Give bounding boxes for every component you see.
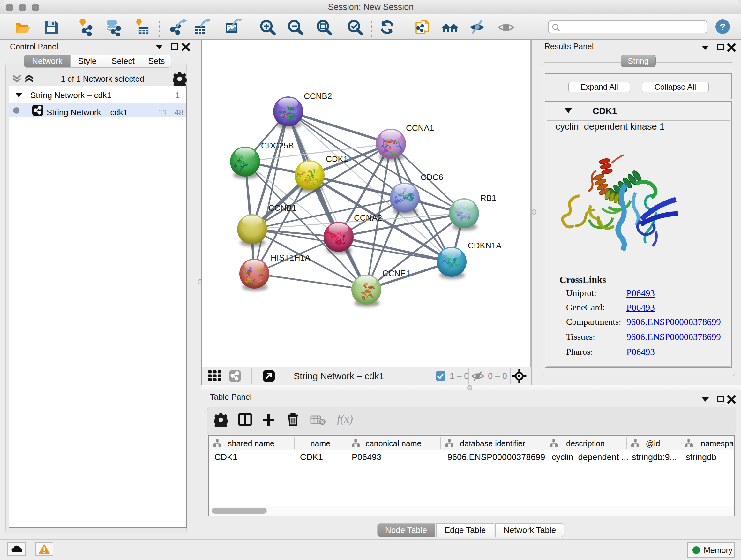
svg-text:CCNA1: CCNA1 (406, 123, 434, 133)
svg-text:CDC25B: CDC25B (261, 141, 294, 150)
svg-text:CDKN1A: CDKN1A (468, 241, 502, 250)
svg-text:CCNA2: CCNA2 (354, 213, 382, 223)
svg-text:CCNB1: CCNB1 (268, 203, 296, 212)
svg-text:CDC6: CDC6 (421, 172, 443, 182)
svg-text:RB1: RB1 (480, 193, 496, 203)
svg-text:CCNE1: CCNE1 (382, 268, 410, 278)
svg-text:CCNB2: CCNB2 (304, 91, 332, 101)
svg-text:HIST1H1A: HIST1H1A (271, 253, 311, 262)
svg-text:CDK1: CDK1 (326, 154, 348, 164)
